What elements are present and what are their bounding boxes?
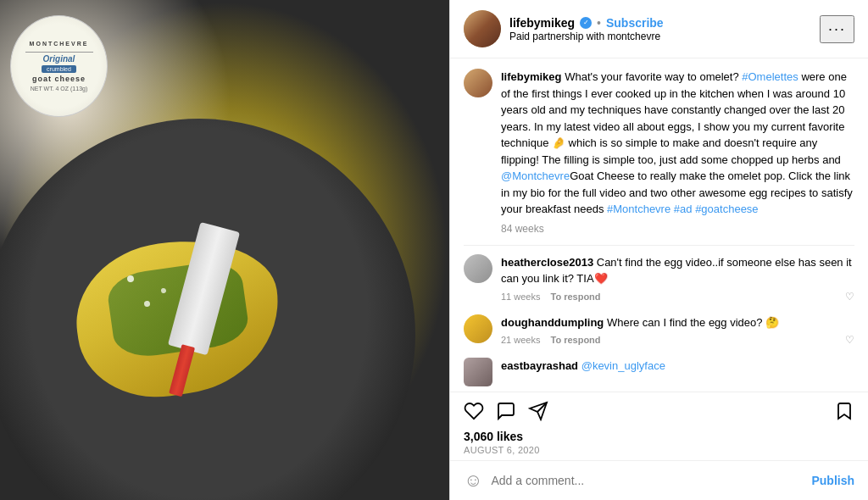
comment-body-3: @kevin_uglyface bbox=[581, 359, 665, 372]
comment-content-3: eastbayrashad @kevin_uglyface bbox=[501, 358, 854, 386]
comment-like-icon-1[interactable]: ♡ bbox=[845, 291, 854, 303]
comment-content-1: heatherclose2013 Can't find the egg vide… bbox=[501, 254, 854, 303]
verified-badge: ✓ bbox=[580, 17, 592, 29]
comment-content-2: doughanddumpling Where can I find the eg… bbox=[501, 314, 854, 347]
action-bar bbox=[450, 392, 868, 426]
comment-meta-2: 21 weeks To respond ♡ bbox=[501, 334, 854, 346]
comment-1: heatherclose2013 Can't find the egg vide… bbox=[464, 254, 854, 303]
likes-count: 3,060 likes bbox=[464, 430, 854, 443]
comment-2: doughanddumpling Where can I find the eg… bbox=[464, 314, 854, 347]
comment-text-2: doughanddumpling Where can I find the eg… bbox=[501, 314, 854, 331]
comment-avatar-1 bbox=[464, 254, 492, 283]
header-info: lifebymikeg ✓ • Subscribe Paid partnersh… bbox=[509, 16, 820, 42]
comment-avatar-3 bbox=[464, 358, 492, 386]
caption-time: 84 weeks bbox=[501, 223, 854, 235]
dot-separator: • bbox=[597, 16, 601, 30]
post-image: MONTCHEVRE Original crumbled goat cheese… bbox=[0, 0, 449, 500]
comment-username-2[interactable]: doughanddumpling bbox=[501, 316, 604, 329]
brand-name: montchevre bbox=[607, 31, 660, 42]
comment-text-1: heatherclose2013 Can't find the egg vide… bbox=[501, 254, 854, 287]
action-icons bbox=[464, 401, 834, 421]
caption-content: lifebymikeg What's your favorite way to … bbox=[501, 69, 854, 235]
comment-respond-1[interactable]: To respond bbox=[550, 292, 600, 302]
comment-like-icon-2[interactable]: ♡ bbox=[845, 334, 854, 346]
post-header: lifebymikeg ✓ • Subscribe Paid partnersh… bbox=[450, 0, 868, 58]
post-date: August 6, 2020 bbox=[464, 445, 854, 455]
caption-text: lifebymikeg What's your favorite way to … bbox=[501, 69, 854, 218]
comment-avatar-2 bbox=[464, 314, 492, 343]
more-options-button[interactable]: ··· bbox=[820, 15, 854, 43]
poster-avatar[interactable] bbox=[464, 10, 501, 47]
comment-respond-2[interactable]: To respond bbox=[550, 335, 600, 345]
post-stats: 3,060 likes August 6, 2020 bbox=[450, 426, 868, 460]
comment-input[interactable] bbox=[491, 474, 803, 487]
divider-1 bbox=[464, 245, 854, 246]
emoji-button[interactable]: ☺ bbox=[464, 469, 482, 492]
content-panel: lifebymikeg ✓ • Subscribe Paid partnersh… bbox=[449, 0, 868, 500]
comment-body-2: Where can I find the egg video? 🤔 bbox=[607, 316, 779, 329]
main-caption: lifebymikeg What's your favorite way to … bbox=[464, 69, 854, 235]
caption-username[interactable]: lifebymikeg bbox=[501, 70, 562, 83]
comment-input-bar: ☺ Publish bbox=[450, 460, 868, 500]
comment-username-1[interactable]: heatherclose2013 bbox=[501, 256, 593, 269]
comment-button[interactable] bbox=[496, 401, 516, 421]
comment-meta-1: 11 weeks To respond ♡ bbox=[501, 291, 854, 303]
paid-partnership-label: Paid partnership with montchevre bbox=[509, 31, 820, 42]
subscribe-button[interactable]: Subscribe bbox=[606, 16, 664, 30]
bookmark-button[interactable] bbox=[834, 401, 854, 421]
comment-time-1: 11 weeks bbox=[501, 292, 540, 302]
like-button[interactable] bbox=[464, 401, 484, 421]
caption-body: What's your favorite way to omelet? #Ome… bbox=[501, 70, 853, 215]
poster-username[interactable]: lifebymikeg bbox=[509, 16, 575, 30]
comment-username-3[interactable]: eastbayrashad bbox=[501, 359, 578, 372]
pan bbox=[0, 119, 415, 500]
content-body: lifebymikeg What's your favorite way to … bbox=[450, 58, 868, 392]
cheese-container: MONTCHEVRE Original crumbled goat cheese… bbox=[10, 15, 108, 117]
comment-3: eastbayrashad @kevin_uglyface bbox=[464, 358, 854, 386]
publish-button[interactable]: Publish bbox=[811, 474, 854, 487]
omelet bbox=[76, 242, 297, 394]
comment-time-2: 21 weeks bbox=[501, 335, 540, 345]
caption-avatar bbox=[464, 69, 492, 97]
share-button[interactable] bbox=[528, 401, 548, 421]
comment-text-3: eastbayrashad @kevin_uglyface bbox=[501, 358, 854, 375]
